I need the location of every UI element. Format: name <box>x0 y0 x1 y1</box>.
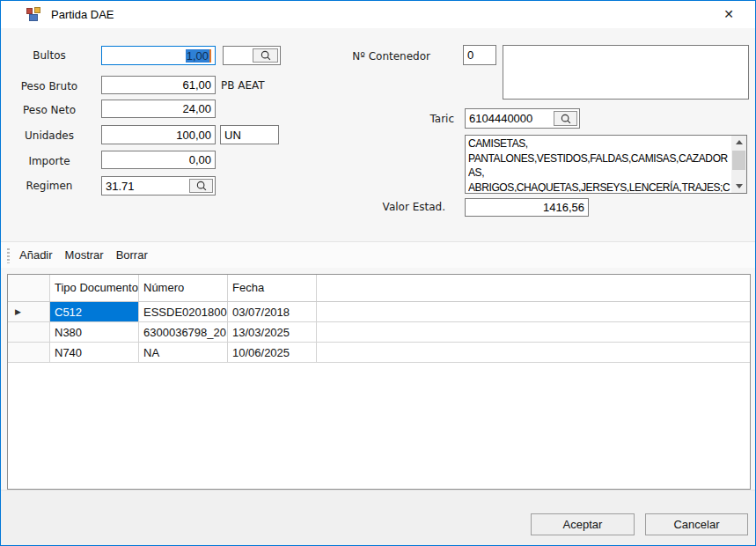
peso-bruto-value: 61,00 <box>182 78 211 92</box>
valor-estad-label: Valor Estad. <box>344 201 445 213</box>
form-icon <box>26 7 41 22</box>
cell-tipo[interactable]: C512 <box>50 302 139 322</box>
bultos-selected-text: 1,00 <box>186 49 209 63</box>
text-caret <box>209 49 211 63</box>
magnifier-icon <box>560 113 572 125</box>
regimen-value: 31.71 <box>106 180 135 193</box>
borrar-button[interactable]: Borrar <box>110 242 154 268</box>
cell-filler <box>317 322 750 343</box>
scroll-up-icon[interactable] <box>731 136 746 149</box>
form-icon-red-square <box>26 8 33 14</box>
peso-neto-field[interactable]: 24,00 <box>101 100 216 118</box>
cell-numero[interactable]: 6300036798_20... <box>139 322 228 343</box>
scroll-down-icon[interactable] <box>731 180 746 193</box>
contenedor-notes-field[interactable] <box>503 45 749 100</box>
documents-toolbar: Añadir Mostrar Borrar <box>1 241 755 268</box>
anadir-button[interactable]: Añadir <box>13 242 59 268</box>
taric-label: Taric <box>379 113 454 125</box>
bultos-label: Bultos <box>5 49 93 62</box>
documents-grid: Tipo Documento Número Fecha ▶ C512 ESSDE… <box>7 274 751 490</box>
table-row[interactable]: N380 6300036798_20... 13/03/2025 <box>8 322 750 343</box>
grid-header-fecha[interactable]: Fecha <box>228 275 317 301</box>
grid-header-selector <box>8 275 50 301</box>
table-row[interactable]: ▶ C512 ESSDE0201800... 03/07/2018 <box>8 302 750 322</box>
unidades-unit-field[interactable]: UN <box>220 125 279 144</box>
bultos-lookup-field[interactable] <box>223 46 281 65</box>
unidades-field[interactable]: 100,00 <box>101 125 216 144</box>
cell-filler <box>317 343 750 363</box>
bultos-field[interactable]: 1,00 <box>101 46 216 65</box>
unidades-unit-value: UN <box>224 129 241 142</box>
row-selector-cell[interactable] <box>8 343 50 363</box>
form-icon-blue-square <box>29 14 38 21</box>
mostrar-button[interactable]: Mostrar <box>59 242 110 268</box>
importe-value: 0,00 <box>189 153 211 166</box>
partida-dae-dialog: Partida DAE ✕ Bultos Peso Bruto Peso Net… <box>0 0 756 546</box>
cell-filler <box>317 302 750 322</box>
current-row-arrow-icon: ▶ <box>15 307 21 316</box>
importe-field[interactable]: 0,00 <box>101 151 216 169</box>
peso-neto-value: 24,00 <box>182 102 211 115</box>
table-row[interactable]: N740 NA 10/06/2025 <box>8 343 750 363</box>
cell-fecha[interactable]: 13/03/2025 <box>228 322 317 343</box>
valor-estad-value: 1416,56 <box>543 201 584 214</box>
pb-aeat-label: PB AEAT <box>221 79 265 92</box>
cell-tipo[interactable]: N740 <box>50 343 139 363</box>
contenedor-label: Nº Contenedor <box>327 50 430 63</box>
importe-label: Importe <box>5 155 93 167</box>
dialog-footer: Aceptar Cancelar <box>1 490 755 545</box>
bultos-search-button[interactable] <box>253 48 278 63</box>
toolbar-grip-handle[interactable] <box>7 248 10 263</box>
cell-numero[interactable]: NA <box>139 343 228 363</box>
taric-description-text: CAMISETAS, PANTALONES,VESTIDOS,FALDAS,CA… <box>468 136 730 192</box>
magnifier-icon <box>195 180 208 192</box>
grid-header-numero[interactable]: Número <box>139 275 228 301</box>
window-title: Partida DAE <box>51 8 114 21</box>
close-icon[interactable]: ✕ <box>711 1 746 27</box>
cell-fecha[interactable]: 10/06/2025 <box>228 343 317 363</box>
valor-estad-field[interactable]: 1416,56 <box>465 198 589 217</box>
scrollbar-thumb[interactable] <box>732 151 745 170</box>
grid-header-row: Tipo Documento Número Fecha <box>8 275 750 302</box>
aceptar-button[interactable]: Aceptar <box>531 513 635 535</box>
row-selector-cell[interactable]: ▶ <box>8 302 50 322</box>
regimen-search-button[interactable] <box>189 179 213 193</box>
form-icon-yellow-square <box>34 7 40 13</box>
taric-description-field[interactable]: CAMISETAS, PANTALONES,VESTIDOS,FALDAS,CA… <box>465 135 747 194</box>
grid-header-tipo-documento[interactable]: Tipo Documento <box>50 275 139 301</box>
unidades-label: Unidades <box>5 129 93 142</box>
grid-header-filler <box>317 275 750 301</box>
contenedor-field[interactable]: 0 <box>463 45 496 65</box>
cell-fecha[interactable]: 03/07/2018 <box>228 302 317 322</box>
cell-numero[interactable]: ESSDE0201800... <box>139 302 228 322</box>
taric-field[interactable]: 6104440000 <box>465 108 580 129</box>
cell-tipo[interactable]: N380 <box>50 322 139 343</box>
row-selector-cell[interactable] <box>8 322 50 343</box>
title-bar[interactable]: Partida DAE ✕ <box>1 1 755 28</box>
contenedor-value: 0 <box>467 48 473 62</box>
toolbar-items: Añadir Mostrar Borrar <box>13 242 154 268</box>
magnifier-icon <box>260 49 272 62</box>
peso-neto-label: Peso Neto <box>5 104 93 116</box>
peso-bruto-field[interactable]: 61,00 <box>101 76 216 94</box>
unidades-value: 100,00 <box>176 129 211 142</box>
cancelar-button[interactable]: Cancelar <box>645 513 748 535</box>
taric-search-button[interactable] <box>554 111 577 126</box>
peso-bruto-label: Peso Bruto <box>5 80 93 92</box>
regimen-field[interactable]: 31.71 <box>101 176 216 196</box>
regimen-label: Regimen <box>5 180 93 192</box>
description-scrollbar[interactable] <box>731 136 746 193</box>
taric-value: 6104440000 <box>469 112 532 125</box>
